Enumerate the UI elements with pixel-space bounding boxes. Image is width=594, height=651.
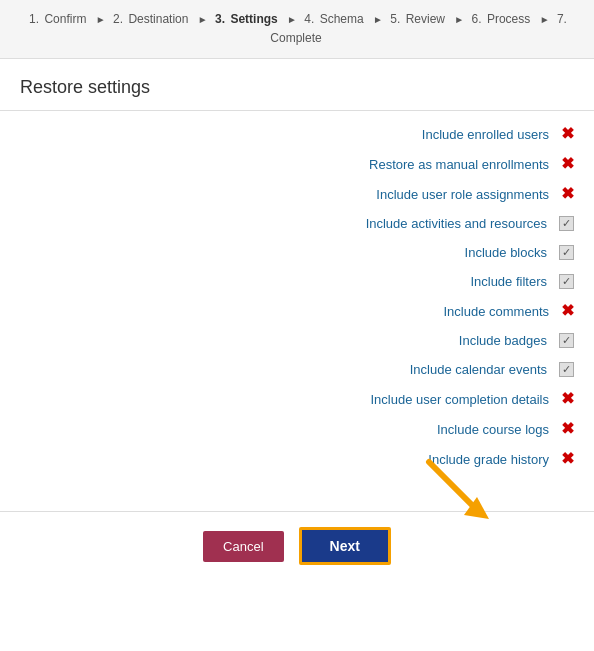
check-icon xyxy=(559,333,574,348)
setting-label: Include blocks xyxy=(465,245,547,260)
check-icon xyxy=(559,245,574,260)
setting-label: Include enrolled users xyxy=(422,127,549,142)
x-icon: ✖ xyxy=(561,303,574,319)
cancel-button[interactable]: Cancel xyxy=(203,531,283,562)
setting-label: Include user role assignments xyxy=(376,187,549,202)
x-icon: ✖ xyxy=(561,126,574,142)
setting-label: Include calendar events xyxy=(410,362,547,377)
setting-label: Include comments xyxy=(444,304,550,319)
settings-list: Include enrolled users ✖ Restore as manu… xyxy=(0,111,594,501)
setting-include-user-completion: Include user completion details ✖ xyxy=(20,391,574,407)
setting-include-comments: Include comments ✖ xyxy=(20,303,574,319)
step-3: 3. Settings xyxy=(215,12,280,26)
setting-include-badges: Include badges xyxy=(20,333,574,348)
setting-include-enrolled-users: Include enrolled users ✖ xyxy=(20,126,574,142)
arrow-4: ► xyxy=(373,14,383,25)
setting-label: Include activities and resources xyxy=(366,216,547,231)
setting-label: Include filters xyxy=(470,274,547,289)
check-icon xyxy=(559,362,574,377)
setting-label: Include user completion details xyxy=(371,392,550,407)
page-title: Restore settings xyxy=(0,59,594,111)
arrow-6: ► xyxy=(540,14,550,25)
setting-include-grade-history: Include grade history ✖ xyxy=(20,451,574,467)
setting-include-activities: Include activities and resources xyxy=(20,216,574,231)
arrow-2: ► xyxy=(198,14,208,25)
arrow-5: ► xyxy=(454,14,464,25)
step-4: 4. Schema xyxy=(304,12,365,26)
check-icon xyxy=(559,216,574,231)
setting-label: Include badges xyxy=(459,333,547,348)
setting-restore-manual-enrollments: Restore as manual enrollments ✖ xyxy=(20,156,574,172)
x-icon: ✖ xyxy=(561,421,574,437)
arrow-1: ► xyxy=(96,14,106,25)
x-icon: ✖ xyxy=(561,391,574,407)
step-2: 2. Destination xyxy=(113,12,190,26)
setting-include-user-role-assignments: Include user role assignments ✖ xyxy=(20,186,574,202)
setting-label: Include grade history xyxy=(428,452,549,467)
setting-label: Include course logs xyxy=(437,422,549,437)
x-icon: ✖ xyxy=(561,186,574,202)
check-icon xyxy=(559,274,574,289)
setting-include-calendar: Include calendar events xyxy=(20,362,574,377)
x-icon: ✖ xyxy=(561,156,574,172)
footer: Cancel Next xyxy=(0,511,594,580)
x-icon: ✖ xyxy=(561,451,574,467)
step-1: 1. Confirm xyxy=(29,12,88,26)
setting-include-blocks: Include blocks xyxy=(20,245,574,260)
arrow-3: ► xyxy=(287,14,297,25)
step-5: 5. Review xyxy=(390,12,447,26)
setting-include-course-logs: Include course logs ✖ xyxy=(20,421,574,437)
step-6: 6. Process xyxy=(472,12,533,26)
next-button[interactable]: Next xyxy=(299,527,391,565)
breadcrumb: 1. Confirm ► 2. Destination ► 3. Setting… xyxy=(0,0,594,59)
setting-include-filters: Include filters xyxy=(20,274,574,289)
setting-label: Restore as manual enrollments xyxy=(369,157,549,172)
